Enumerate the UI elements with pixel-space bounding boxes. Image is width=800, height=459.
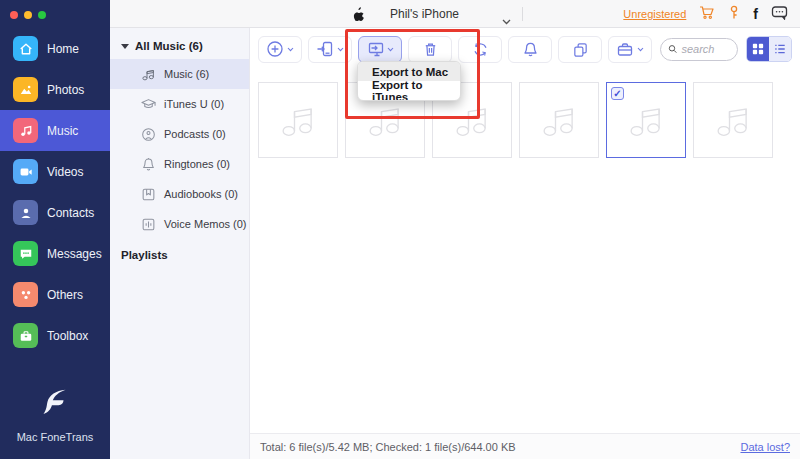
others-icon <box>13 282 38 307</box>
refresh-button[interactable] <box>458 36 502 63</box>
library-item-ringtones[interactable]: Ringtones (0) <box>110 149 249 179</box>
music-icon <box>13 118 38 143</box>
minimize-button[interactable] <box>24 11 32 19</box>
grid-icon <box>752 43 764 55</box>
sidebar-item-home[interactable]: Home <box>0 28 110 69</box>
library-item-itunes-u[interactable]: iTunes U (0) <box>110 89 249 119</box>
toolbox-icon <box>616 40 634 58</box>
checkbox-checked[interactable]: ✓ <box>611 87 624 100</box>
device-chevron-down-icon[interactable] <box>502 11 511 29</box>
sidebar-item-music[interactable]: Music <box>0 110 110 151</box>
search-input[interactable] <box>681 43 730 55</box>
sidebar-item-label: Messages <box>47 247 102 261</box>
apple-icon <box>352 7 364 25</box>
bell-icon <box>141 157 156 172</box>
chevron-down-icon <box>637 47 644 52</box>
refresh-icon <box>472 41 489 58</box>
list-view-button[interactable] <box>769 37 791 61</box>
music-note-icon <box>141 67 156 82</box>
music-file-tile[interactable]: ✓ <box>606 82 686 158</box>
library-item-music[interactable]: Music (6) <box>110 59 249 89</box>
photos-icon <box>13 77 38 102</box>
sidebar-item-videos[interactable]: Videos <box>0 151 110 192</box>
app-name: Mac FoneTrans <box>0 431 110 443</box>
music-file-tile[interactable] <box>519 82 599 158</box>
zoom-button[interactable] <box>38 11 46 19</box>
export-to-computer-icon <box>366 40 384 58</box>
export-dropdown-menu: Export to Mac Export to iTunes <box>357 61 461 101</box>
fonetrans-logo-icon <box>37 388 73 418</box>
playlists-header[interactable]: Playlists <box>110 240 249 270</box>
cart-icon[interactable] <box>699 5 715 24</box>
export-to-computer-button[interactable] <box>358 36 402 63</box>
toolbox-button[interactable] <box>608 36 652 63</box>
sidebar-item-label: Videos <box>47 165 83 179</box>
contacts-icon <box>13 200 38 225</box>
bell-icon <box>522 41 539 58</box>
library-panel: All Music (6) Music (6) iTunes U (0) Pod… <box>110 28 250 459</box>
sidebar-item-photos[interactable]: Photos <box>0 69 110 110</box>
feedback-icon[interactable] <box>771 5 788 24</box>
library-item-voice-memos[interactable]: Voice Memos (0) <box>110 209 249 239</box>
plus-circle-icon <box>266 40 284 58</box>
sidebar-item-label: Music <box>47 124 78 138</box>
export-to-phone-icon <box>316 40 334 58</box>
sidebar-item-messages[interactable]: Messages <box>0 233 110 274</box>
main-sidebar: Home Photos Music Videos <box>0 0 110 459</box>
device-bar: Phil's iPhone Unregistered f <box>110 0 800 28</box>
search-box[interactable] <box>660 38 738 61</box>
main-area: ✓ Total: 6 file(s)/5.42 MB; Checked: 1 f… <box>250 28 800 459</box>
music-note-icon <box>277 99 319 141</box>
close-button[interactable] <box>10 11 18 19</box>
add-button[interactable] <box>258 36 302 63</box>
sidebar-item-others[interactable]: Others <box>0 274 110 315</box>
toolbox-icon <box>13 323 38 348</box>
mac-fonetrans-window: Home Photos Music Videos <box>0 0 800 459</box>
menu-item-export-to-itunes[interactable]: Export to iTunes <box>358 81 460 100</box>
graduation-cap-icon <box>141 97 156 112</box>
dedupe-button[interactable] <box>558 36 602 63</box>
divider <box>522 7 523 21</box>
facebook-icon[interactable]: f <box>753 7 758 21</box>
music-note-icon <box>364 99 406 141</box>
key-icon[interactable] <box>728 5 740 24</box>
toolbar <box>250 28 800 70</box>
library-item-audiobooks[interactable]: Audiobooks (0) <box>110 179 249 209</box>
status-bar: Total: 6 file(s)/5.42 MB; Checked: 1 fil… <box>250 433 800 459</box>
device-name: Phil's iPhone <box>390 7 459 21</box>
music-note-icon <box>625 99 667 141</box>
chevron-down-icon <box>337 47 344 52</box>
sidebar-item-toolbox[interactable]: Toolbox <box>0 315 110 356</box>
collapse-triangle-icon <box>121 44 129 49</box>
music-note-icon <box>712 99 754 141</box>
unregistered-link[interactable]: Unregistered <box>623 8 686 20</box>
data-lost-link[interactable]: Data lost? <box>740 441 790 453</box>
chevron-down-icon <box>387 47 394 52</box>
list-icon <box>774 43 786 55</box>
voice-memo-icon <box>141 217 156 232</box>
file-grid-area: ✓ <box>250 70 800 433</box>
videos-icon <box>13 159 38 184</box>
music-file-tile[interactable] <box>693 82 773 158</box>
copy-icon <box>572 41 589 58</box>
music-file-tile[interactable] <box>258 82 338 158</box>
search-icon <box>668 43 677 55</box>
all-music-header[interactable]: All Music (6) <box>110 33 249 59</box>
library-item-podcasts[interactable]: Podcasts (0) <box>110 119 249 149</box>
messages-icon <box>13 241 38 266</box>
podcast-icon <box>141 127 156 142</box>
sidebar-nav: Home Photos Music Videos <box>0 28 110 356</box>
music-note-icon <box>538 99 580 141</box>
ringtone-button[interactable] <box>508 36 552 63</box>
sidebar-item-label: Home <box>47 42 79 56</box>
sidebar-item-contacts[interactable]: Contacts <box>0 192 110 233</box>
trash-icon <box>422 41 439 58</box>
delete-button[interactable] <box>408 36 452 63</box>
export-to-device-button[interactable] <box>308 36 352 63</box>
sidebar-footer: Mac FoneTrans <box>0 388 110 459</box>
sidebar-item-label: Toolbox <box>47 329 88 343</box>
grid-view-button[interactable] <box>747 37 769 61</box>
file-grid: ✓ <box>258 82 800 158</box>
sidebar-item-label: Photos <box>47 83 84 97</box>
sidebar-item-label: Contacts <box>47 206 94 220</box>
